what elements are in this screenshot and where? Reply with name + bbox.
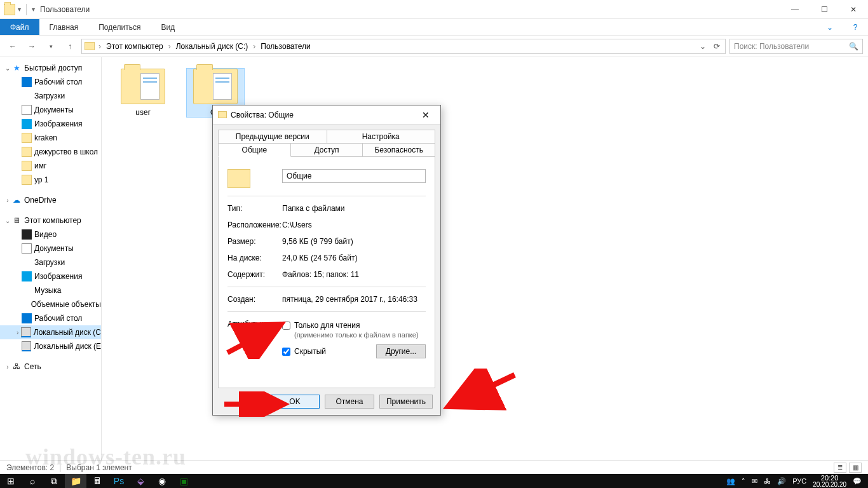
tree-item-icon bbox=[22, 313, 32, 323]
explorer-taskbar-icon[interactable]: 📁 bbox=[65, 474, 86, 488]
tree-item[interactable]: Рабочий стол bbox=[0, 311, 101, 325]
language-indicator[interactable]: РУС bbox=[792, 477, 806, 485]
help-icon[interactable]: ? bbox=[843, 19, 868, 35]
tree-item[interactable]: Видео bbox=[0, 227, 101, 241]
tree-item[interactable]: Объемные объекты bbox=[0, 297, 101, 311]
network-tray-icon[interactable]: 🖧 bbox=[764, 477, 771, 485]
cancel-button[interactable]: Отмена bbox=[325, 395, 374, 409]
tree-quick-access[interactable]: ⌄★Быстрый доступ bbox=[0, 61, 101, 75]
search-input[interactable]: Поиск: Пользователи 🔍 bbox=[729, 39, 863, 54]
tab-previous-versions[interactable]: Предыдущие версии bbox=[218, 130, 327, 144]
dialog-titlebar[interactable]: Свойства: Общие ✕ bbox=[213, 105, 440, 125]
view-icons-button[interactable]: ▦ bbox=[849, 463, 862, 473]
tree-this-pc[interactable]: ⌄🖥Этот компьютер bbox=[0, 214, 101, 227]
tray-chevron-icon[interactable]: ˄ bbox=[742, 477, 745, 485]
forward-button[interactable]: → bbox=[24, 39, 39, 54]
ok-button[interactable]: OK bbox=[270, 395, 320, 409]
folder-icon bbox=[193, 69, 238, 104]
refresh-button[interactable]: ⟳ bbox=[710, 39, 722, 53]
qat-separator bbox=[26, 4, 27, 15]
calculator-icon[interactable]: 🖩 bbox=[86, 474, 108, 488]
chrome-icon[interactable]: ◉ bbox=[151, 474, 173, 488]
tab-general[interactable]: Общие bbox=[218, 144, 291, 157]
app-folder-icon bbox=[4, 4, 15, 15]
taskview-button[interactable]: ⧉ bbox=[43, 474, 65, 488]
tree-item-icon bbox=[22, 161, 32, 171]
minimize-button[interactable]: — bbox=[780, 0, 810, 19]
tree-item[interactable]: Музыка bbox=[0, 283, 101, 297]
breadcrumb[interactable]: › Этот компьютер › Локальный диск (C:) ›… bbox=[81, 39, 726, 54]
tree-item[interactable]: kraken bbox=[0, 131, 101, 145]
visualstudio-icon[interactable]: ⬙ bbox=[130, 474, 151, 488]
value-type: Папка с файлами bbox=[282, 204, 426, 213]
tray-clock[interactable]: 20:20 20.20.20.20 bbox=[813, 475, 846, 488]
tree-item-icon bbox=[22, 229, 32, 240]
other-attributes-button[interactable]: Другие... bbox=[376, 344, 426, 358]
tab-customize[interactable]: Настройка bbox=[327, 130, 436, 144]
tree-item[interactable]: Локальный диск (E bbox=[0, 339, 101, 353]
tree-item[interactable]: Документы bbox=[0, 241, 101, 255]
tree-item[interactable]: Загрузки bbox=[0, 255, 101, 269]
tree-item[interactable]: имг bbox=[0, 159, 101, 173]
tab-security[interactable]: Безопасность bbox=[363, 144, 435, 157]
xbox-icon[interactable]: ▣ bbox=[173, 474, 194, 488]
up-button[interactable]: ↑ bbox=[62, 39, 78, 54]
tree-item[interactable]: ›Локальный диск (C bbox=[0, 325, 101, 339]
chevron-right-icon[interactable]: › bbox=[168, 42, 171, 51]
close-button[interactable]: ✕ bbox=[839, 0, 868, 19]
crumb-users[interactable]: Пользователи bbox=[257, 39, 314, 53]
volume-icon[interactable]: 🔊 bbox=[777, 477, 786, 485]
dialog-folder-icon bbox=[218, 111, 227, 118]
dialog-close-button[interactable]: ✕ bbox=[416, 110, 435, 120]
tree-item[interactable]: дежурство в школ bbox=[0, 145, 101, 159]
chevron-right-icon[interactable]: › bbox=[253, 42, 255, 51]
tab-home[interactable]: Главная bbox=[39, 19, 89, 35]
photoshop-icon[interactable]: Ps bbox=[108, 474, 130, 488]
network-icon: 🖧 bbox=[11, 362, 22, 372]
qat-overflow-icon[interactable]: ▾ bbox=[32, 6, 35, 13]
apply-button[interactable]: Применить bbox=[379, 395, 433, 409]
chevron-right-icon[interactable]: › bbox=[98, 42, 101, 51]
qat-down-icon[interactable]: ▾ bbox=[18, 6, 21, 13]
checkbox-readonly[interactable]: Только для чтения bbox=[282, 321, 426, 330]
tree-item[interactable]: Изображения bbox=[0, 117, 101, 131]
tab-file[interactable]: Файл bbox=[0, 19, 39, 35]
tree-item-icon bbox=[22, 341, 32, 351]
start-button[interactable]: ⊞ bbox=[0, 474, 22, 488]
view-details-button[interactable]: ≣ bbox=[834, 463, 846, 473]
folder-thumb-icon bbox=[227, 169, 250, 188]
ribbon-expand-icon[interactable]: ⌄ bbox=[817, 19, 843, 35]
window-title: Пользователи bbox=[40, 5, 90, 14]
recent-dropdown[interactable]: ▾ bbox=[43, 39, 58, 54]
tab-view[interactable]: Вид bbox=[151, 19, 185, 35]
tree-item[interactable]: Документы bbox=[0, 103, 101, 117]
tab-sharing[interactable]: Доступ bbox=[291, 144, 363, 157]
action-center-icon[interactable]: 💬 bbox=[853, 477, 862, 485]
folder-name-input[interactable] bbox=[282, 169, 426, 183]
folder-item[interactable]: user bbox=[114, 69, 172, 117]
crumb-drive-c[interactable]: Локальный диск (C:) bbox=[172, 39, 252, 53]
checkbox-hidden[interactable]: Скрытый bbox=[282, 347, 326, 356]
navigation-tree[interactable]: ⌄★Быстрый доступ Рабочий столЗагрузкиДок… bbox=[0, 57, 102, 460]
taskbar[interactable]: ⊞ ⌕ ⧉ 📁 🖩 Ps ⬙ ◉ ▣ 👥 ˄ ✉ 🖧 🔊 РУС 20:20 2… bbox=[0, 474, 868, 488]
people-icon[interactable]: 👥 bbox=[726, 477, 735, 485]
tree-item[interactable]: Рабочий стол bbox=[0, 75, 101, 89]
properties-dialog: Свойства: Общие ✕ Предыдущие версии Наст… bbox=[212, 105, 441, 416]
maximize-button[interactable]: ☐ bbox=[810, 0, 839, 19]
search-button[interactable]: ⌕ bbox=[22, 474, 43, 488]
readonly-note: (применимо только к файлам в папке) bbox=[294, 331, 426, 339]
tree-item-icon bbox=[22, 119, 32, 129]
tree-item[interactable]: ур 1 bbox=[0, 173, 101, 187]
tab-share[interactable]: Поделиться bbox=[88, 19, 151, 35]
back-button[interactable]: ← bbox=[5, 39, 20, 54]
folder-label: user bbox=[114, 108, 172, 117]
tray-mail-icon[interactable]: ✉ bbox=[752, 477, 757, 485]
tree-item[interactable]: Загрузки bbox=[0, 89, 101, 103]
tree-onedrive[interactable]: ›☁OneDrive bbox=[0, 193, 101, 207]
tree-item[interactable]: Изображения bbox=[0, 269, 101, 283]
tree-network[interactable]: ›🖧Сеть bbox=[0, 360, 101, 374]
tree-item-icon bbox=[21, 327, 31, 337]
address-dropdown-icon[interactable]: ⌄ bbox=[696, 39, 709, 53]
crumb-thispc[interactable]: Этот компьютер bbox=[102, 39, 167, 53]
dialog-title: Свойства: Общие bbox=[231, 111, 294, 119]
